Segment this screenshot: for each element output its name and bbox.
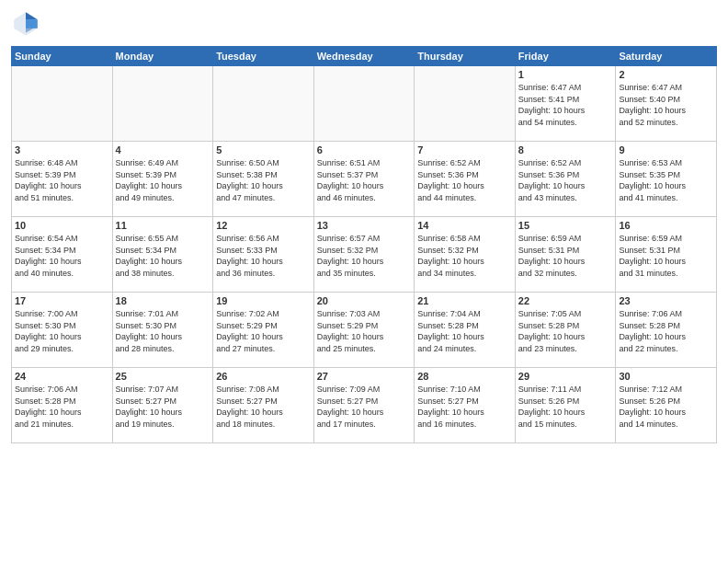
day-info: Sunrise: 7:09 AM Sunset: 5:27 PM Dayligh… — [317, 384, 412, 430]
day-number: 7 — [417, 144, 512, 155]
day-info: Sunrise: 6:59 AM Sunset: 5:31 PM Dayligh… — [619, 233, 713, 279]
calendar-cell: 16Sunrise: 6:59 AM Sunset: 5:31 PM Dayli… — [616, 217, 717, 293]
day-info: Sunrise: 6:53 AM Sunset: 5:35 PM Dayligh… — [619, 157, 713, 203]
calendar-table: SundayMondayTuesdayWednesdayThursdayFrid… — [11, 46, 717, 443]
calendar-cell: 26Sunrise: 7:08 AM Sunset: 5:27 PM Dayli… — [213, 368, 314, 443]
calendar-cell: 28Sunrise: 7:10 AM Sunset: 5:27 PM Dayli… — [415, 368, 516, 443]
day-number: 19 — [216, 295, 311, 306]
calendar-cell: 9Sunrise: 6:53 AM Sunset: 5:35 PM Daylig… — [616, 142, 717, 217]
calendar-cell: 2Sunrise: 6:47 AM Sunset: 5:40 PM Daylig… — [616, 66, 717, 142]
day-number: 14 — [417, 220, 512, 231]
day-number: 22 — [518, 295, 613, 306]
calendar-cell: 24Sunrise: 7:06 AM Sunset: 5:28 PM Dayli… — [12, 368, 113, 443]
day-info: Sunrise: 6:59 AM Sunset: 5:31 PM Dayligh… — [518, 233, 613, 279]
calendar-cell: 30Sunrise: 7:12 AM Sunset: 5:26 PM Dayli… — [616, 368, 717, 443]
week-row-2: 3Sunrise: 6:48 AM Sunset: 5:39 PM Daylig… — [12, 142, 717, 217]
week-row-3: 10Sunrise: 6:54 AM Sunset: 5:34 PM Dayli… — [12, 217, 717, 293]
day-number: 27 — [317, 371, 412, 382]
calendar-cell: 13Sunrise: 6:57 AM Sunset: 5:32 PM Dayli… — [313, 217, 415, 293]
day-number: 29 — [518, 371, 613, 382]
day-info: Sunrise: 6:55 AM Sunset: 5:34 PM Dayligh… — [116, 233, 210, 279]
day-info: Sunrise: 6:52 AM Sunset: 5:36 PM Dayligh… — [417, 157, 512, 203]
calendar-cell: 10Sunrise: 6:54 AM Sunset: 5:34 PM Dayli… — [12, 217, 113, 293]
calendar-cell: 6Sunrise: 6:51 AM Sunset: 5:37 PM Daylig… — [313, 142, 415, 217]
day-info: Sunrise: 7:10 AM Sunset: 5:27 PM Dayligh… — [417, 384, 512, 430]
calendar-cell: 5Sunrise: 6:50 AM Sunset: 5:38 PM Daylig… — [213, 142, 314, 217]
calendar-cell — [12, 66, 113, 142]
logo — [11, 9, 44, 39]
day-number: 30 — [619, 371, 713, 382]
day-number: 11 — [116, 220, 210, 231]
calendar-cell: 17Sunrise: 7:00 AM Sunset: 5:30 PM Dayli… — [12, 293, 113, 368]
calendar-cell: 19Sunrise: 7:02 AM Sunset: 5:29 PM Dayli… — [213, 293, 314, 368]
day-info: Sunrise: 7:11 AM Sunset: 5:26 PM Dayligh… — [518, 384, 613, 430]
day-info: Sunrise: 6:50 AM Sunset: 5:38 PM Dayligh… — [216, 157, 311, 203]
week-row-4: 17Sunrise: 7:00 AM Sunset: 5:30 PM Dayli… — [12, 293, 717, 368]
calendar-cell: 11Sunrise: 6:55 AM Sunset: 5:34 PM Dayli… — [112, 217, 213, 293]
page-container: SundayMondayTuesdayWednesdayThursdayFrid… — [0, 0, 728, 449]
day-info: Sunrise: 7:08 AM Sunset: 5:27 PM Dayligh… — [216, 384, 311, 430]
day-number: 9 — [619, 144, 713, 155]
day-info: Sunrise: 6:49 AM Sunset: 5:39 PM Dayligh… — [116, 157, 210, 203]
day-info: Sunrise: 7:06 AM Sunset: 5:28 PM Dayligh… — [15, 384, 109, 430]
day-info: Sunrise: 7:01 AM Sunset: 5:30 PM Dayligh… — [116, 308, 210, 354]
day-info: Sunrise: 6:51 AM Sunset: 5:37 PM Dayligh… — [317, 157, 412, 203]
calendar-cell: 3Sunrise: 6:48 AM Sunset: 5:39 PM Daylig… — [12, 142, 113, 217]
calendar-cell: 20Sunrise: 7:03 AM Sunset: 5:29 PM Dayli… — [313, 293, 415, 368]
day-number: 4 — [116, 144, 210, 155]
calendar-cell: 22Sunrise: 7:05 AM Sunset: 5:28 PM Dayli… — [515, 293, 616, 368]
day-info: Sunrise: 7:06 AM Sunset: 5:28 PM Dayligh… — [619, 308, 713, 354]
calendar-cell: 1Sunrise: 6:47 AM Sunset: 5:41 PM Daylig… — [515, 66, 616, 142]
day-info: Sunrise: 6:47 AM Sunset: 5:41 PM Dayligh… — [518, 82, 613, 128]
day-info: Sunrise: 6:57 AM Sunset: 5:32 PM Dayligh… — [317, 233, 412, 279]
day-info: Sunrise: 7:00 AM Sunset: 5:30 PM Dayligh… — [15, 308, 109, 354]
calendar-cell: 29Sunrise: 7:11 AM Sunset: 5:26 PM Dayli… — [515, 368, 616, 443]
day-number: 2 — [619, 69, 713, 80]
calendar-cell — [313, 66, 415, 142]
week-row-1: 1Sunrise: 6:47 AM Sunset: 5:41 PM Daylig… — [12, 66, 717, 142]
calendar-cell — [415, 66, 516, 142]
day-info: Sunrise: 6:58 AM Sunset: 5:32 PM Dayligh… — [417, 233, 512, 279]
calendar-cell: 8Sunrise: 6:52 AM Sunset: 5:36 PM Daylig… — [515, 142, 616, 217]
day-number: 10 — [15, 220, 109, 231]
day-info: Sunrise: 6:52 AM Sunset: 5:36 PM Dayligh… — [518, 157, 613, 203]
weekday-header-friday: Friday — [515, 47, 616, 66]
svg-marker-3 — [26, 19, 38, 29]
weekday-header-monday: Monday — [112, 47, 213, 66]
calendar-cell: 21Sunrise: 7:04 AM Sunset: 5:28 PM Dayli… — [415, 293, 516, 368]
weekday-header-row: SundayMondayTuesdayWednesdayThursdayFrid… — [12, 47, 717, 66]
day-number: 3 — [15, 144, 109, 155]
calendar-cell: 27Sunrise: 7:09 AM Sunset: 5:27 PM Dayli… — [313, 368, 415, 443]
day-info: Sunrise: 7:02 AM Sunset: 5:29 PM Dayligh… — [216, 308, 311, 354]
day-number: 18 — [116, 295, 210, 306]
day-number: 20 — [317, 295, 412, 306]
day-number: 21 — [417, 295, 512, 306]
day-number: 26 — [216, 371, 311, 382]
calendar-cell: 12Sunrise: 6:56 AM Sunset: 5:33 PM Dayli… — [213, 217, 314, 293]
day-number: 13 — [317, 220, 412, 231]
weekday-header-saturday: Saturday — [616, 47, 717, 66]
calendar-cell: 4Sunrise: 6:49 AM Sunset: 5:39 PM Daylig… — [112, 142, 213, 217]
day-info: Sunrise: 7:07 AM Sunset: 5:27 PM Dayligh… — [116, 384, 210, 430]
day-number: 1 — [518, 69, 613, 80]
day-info: Sunrise: 6:54 AM Sunset: 5:34 PM Dayligh… — [15, 233, 109, 279]
weekday-header-tuesday: Tuesday — [213, 47, 314, 66]
day-number: 5 — [216, 144, 311, 155]
day-number: 23 — [619, 295, 713, 306]
day-info: Sunrise: 6:56 AM Sunset: 5:33 PM Dayligh… — [216, 233, 311, 279]
header — [11, 9, 717, 39]
logo-icon — [11, 9, 40, 39]
day-number: 25 — [116, 371, 210, 382]
day-number: 12 — [216, 220, 311, 231]
calendar-cell: 7Sunrise: 6:52 AM Sunset: 5:36 PM Daylig… — [415, 142, 516, 217]
day-info: Sunrise: 7:05 AM Sunset: 5:28 PM Dayligh… — [518, 308, 613, 354]
day-info: Sunrise: 6:47 AM Sunset: 5:40 PM Dayligh… — [619, 82, 713, 128]
calendar-cell: 15Sunrise: 6:59 AM Sunset: 5:31 PM Dayli… — [515, 217, 616, 293]
day-number: 6 — [317, 144, 412, 155]
day-number: 8 — [518, 144, 613, 155]
calendar-cell — [213, 66, 314, 142]
day-info: Sunrise: 6:48 AM Sunset: 5:39 PM Dayligh… — [15, 157, 109, 203]
day-info: Sunrise: 7:04 AM Sunset: 5:28 PM Dayligh… — [417, 308, 512, 354]
calendar-cell: 25Sunrise: 7:07 AM Sunset: 5:27 PM Dayli… — [112, 368, 213, 443]
calendar-cell: 14Sunrise: 6:58 AM Sunset: 5:32 PM Dayli… — [415, 217, 516, 293]
